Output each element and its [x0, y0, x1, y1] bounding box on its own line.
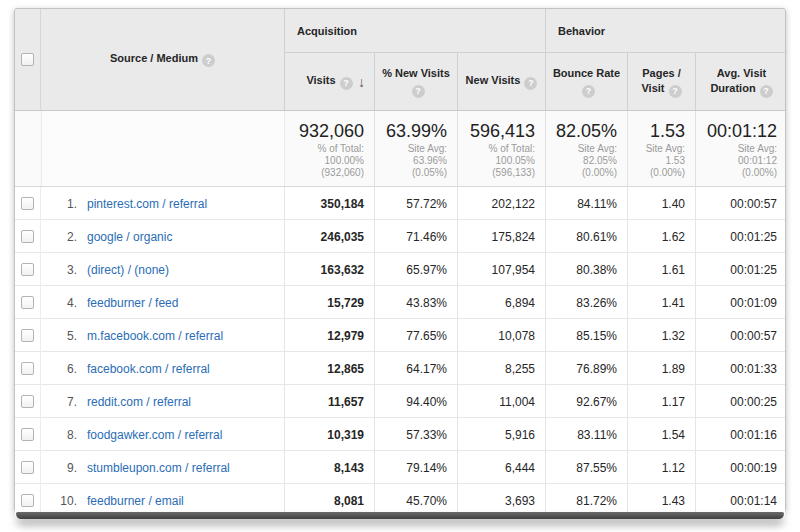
avg-duration-cell: 00:01:16	[695, 418, 787, 451]
table-row: 6. facebook.com / referral 12,865 64.17%…	[15, 352, 785, 385]
pct-new-visits-cell: 94.40%	[374, 385, 457, 418]
summary-avg-duration: 00:01:12 Site Avg:00:01:12(0.00%)	[695, 111, 787, 186]
source-medium-link[interactable]: (direct) / (none)	[87, 263, 169, 277]
new-visits-cell: 175,824	[457, 220, 545, 253]
column-header-visits[interactable]: Visits? ↓	[284, 53, 374, 110]
help-icon[interactable]: ?	[202, 54, 215, 67]
source-medium-cell: 8. foodgawker.com / referral	[41, 418, 284, 451]
sort-descending-icon[interactable]: ↓	[358, 74, 365, 89]
row-rank: 2.	[47, 230, 77, 244]
source-medium-link[interactable]: feedburner / feed	[87, 296, 178, 310]
bounce-rate-cell: 76.89%	[545, 352, 627, 385]
summary-visits-value: 932,060	[289, 120, 364, 142]
column-header-avg-duration[interactable]: Avg. Visit Duration?	[695, 53, 787, 110]
row-rank: 6.	[47, 362, 77, 376]
row-checkbox[interactable]	[21, 428, 34, 441]
row-checkbox-cell	[15, 385, 41, 418]
visits-cell: 8,081	[284, 484, 374, 517]
row-checkbox[interactable]	[21, 296, 34, 309]
table-row: 8. foodgawker.com / referral 10,319 57.3…	[15, 418, 785, 451]
pages-visit-cell: 1.12	[627, 451, 695, 484]
bounce-rate-header-label: Bounce Rate	[553, 67, 620, 79]
row-rank: 7.	[47, 395, 77, 409]
new-visits-cell: 6,444	[457, 451, 545, 484]
row-checkbox[interactable]	[21, 461, 34, 474]
visits-cell: 8,143	[284, 451, 374, 484]
row-checkbox-cell	[15, 286, 41, 319]
row-checkbox[interactable]	[21, 263, 34, 276]
new-visits-cell: 10,078	[457, 319, 545, 352]
source-medium-link[interactable]: pinterest.com / referral	[87, 197, 207, 211]
row-checkbox[interactable]	[21, 395, 34, 408]
row-checkbox-cell	[15, 484, 41, 517]
pct-new-visits-cell: 77.65%	[374, 319, 457, 352]
column-header-source-medium[interactable]: Source / Medium?	[41, 9, 284, 110]
table-header: Source / Medium? Acquisition Behavior Vi…	[15, 9, 785, 111]
avg-duration-cell: 00:01:14	[695, 484, 787, 517]
visits-cell: 10,319	[284, 418, 374, 451]
avg-duration-cell: 00:00:25	[695, 385, 787, 418]
help-icon[interactable]: ?	[582, 85, 595, 98]
new-visits-cell: 107,954	[457, 253, 545, 286]
source-medium-link[interactable]: google / organic	[87, 230, 172, 244]
row-checkbox[interactable]	[21, 494, 34, 507]
column-header-bounce-rate[interactable]: Bounce Rate?	[545, 53, 627, 110]
pages-visit-cell: 1.41	[627, 286, 695, 319]
source-medium-table: Source / Medium? Acquisition Behavior Vi…	[14, 8, 786, 512]
column-header-pages-visit[interactable]: Pages / Visit?	[627, 53, 695, 110]
acquisition-label: Acquisition	[297, 25, 357, 37]
visits-header-label: Visits	[306, 74, 335, 86]
table-row: 7. reddit.com / referral 11,657 94.40% 1…	[15, 385, 785, 418]
avg-duration-cell: 00:00:19	[695, 451, 787, 484]
row-checkbox[interactable]	[21, 362, 34, 375]
source-medium-link[interactable]: stumbleupon.com / referral	[87, 461, 230, 475]
visits-cell: 15,729	[284, 286, 374, 319]
column-header-pct-new-visits[interactable]: % New Visits?	[374, 53, 457, 110]
table-row: 10. feedburner / email 8,081 45.70% 3,69…	[15, 484, 785, 517]
source-medium-cell: 6. facebook.com / referral	[41, 352, 284, 385]
row-checkbox-cell	[15, 187, 41, 220]
summary-blank-cell	[15, 111, 41, 186]
source-medium-cell: 2. google / organic	[41, 220, 284, 253]
row-checkbox-cell	[15, 220, 41, 253]
summary-new-visits-value: 596,413	[462, 120, 535, 142]
help-icon[interactable]: ?	[669, 85, 682, 98]
pages-visit-cell: 1.32	[627, 319, 695, 352]
source-medium-cell: 5. m.facebook.com / referral	[41, 319, 284, 352]
visits-cell: 350,184	[284, 187, 374, 220]
select-all-checkbox[interactable]	[21, 53, 34, 66]
avg-duration-cell: 00:01:25	[695, 253, 787, 286]
bounce-rate-cell: 83.11%	[545, 418, 627, 451]
row-rank: 1.	[47, 197, 77, 211]
table-row: 9. stumbleupon.com / referral 8,143 79.1…	[15, 451, 785, 484]
avg-duration-cell: 00:00:57	[695, 187, 787, 220]
source-medium-link[interactable]: foodgawker.com / referral	[87, 428, 222, 442]
summary-duration-value: 00:01:12	[700, 120, 777, 142]
visits-cell: 12,865	[284, 352, 374, 385]
source-medium-link[interactable]: m.facebook.com / referral	[87, 329, 223, 343]
pct-new-visits-cell: 43.83%	[374, 286, 457, 319]
pages-visit-cell: 1.40	[627, 187, 695, 220]
source-medium-link[interactable]: facebook.com / referral	[87, 362, 210, 376]
source-medium-link[interactable]: reddit.com / referral	[87, 395, 191, 409]
table-row: 4. feedburner / feed 15,729 43.83% 6,894…	[15, 286, 785, 319]
help-icon[interactable]: ?	[340, 77, 353, 90]
table-row: 2. google / organic 246,035 71.46% 175,8…	[15, 220, 785, 253]
source-medium-link[interactable]: feedburner / email	[87, 494, 184, 508]
row-checkbox[interactable]	[21, 329, 34, 342]
help-icon[interactable]: ?	[760, 85, 773, 98]
pct-new-visits-cell: 57.33%	[374, 418, 457, 451]
table-row: 1. pinterest.com / referral 350,184 57.7…	[15, 187, 785, 220]
group-header-acquisition: Acquisition	[284, 9, 545, 53]
row-checkbox[interactable]	[21, 197, 34, 210]
help-icon[interactable]: ?	[524, 77, 537, 90]
help-icon[interactable]: ?	[412, 85, 425, 98]
row-checkbox[interactable]	[21, 230, 34, 243]
new-visits-cell: 5,916	[457, 418, 545, 451]
row-rank: 10.	[47, 494, 77, 508]
column-header-new-visits[interactable]: New Visits?	[457, 53, 545, 110]
source-medium-cell: 3. (direct) / (none)	[41, 253, 284, 286]
row-checkbox-cell	[15, 253, 41, 286]
bounce-rate-cell: 92.67%	[545, 385, 627, 418]
avg-duration-header-label: Avg. Visit Duration	[710, 67, 766, 94]
